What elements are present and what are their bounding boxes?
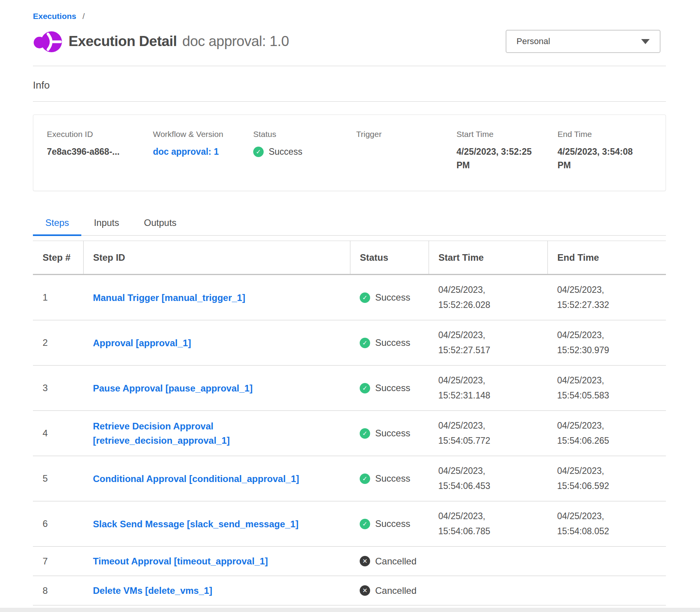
step-id-link[interactable]: Approval [approval_1]: [93, 336, 191, 350]
chevron-down-icon: [641, 39, 650, 44]
step-start-time: 04/25/2023, 15:54:06.453: [438, 463, 506, 494]
success-check-icon: ✓: [360, 292, 370, 303]
step-number: 6: [43, 518, 48, 529]
info-label: Status: [253, 130, 356, 139]
tab-inputs[interactable]: Inputs: [81, 214, 131, 236]
step-end-time: 04/25/2023, 15:52:27.332: [557, 282, 625, 313]
info-field-end-time: End Time 4/25/2023, 3:54:08 PM: [558, 130, 658, 172]
info-label: End Time: [558, 130, 658, 139]
status-badge: Success: [375, 473, 410, 484]
info-label: Workflow & Version: [153, 130, 253, 139]
step-end-time: 04/25/2023, 15:52:30.979: [557, 328, 625, 358]
step-number: 1: [43, 292, 48, 303]
table-row: 8Delete VMs [delete_vms_1]✕Cancelled: [33, 576, 666, 605]
table-header-row: Step # Step ID Status Start Time End Tim…: [33, 241, 666, 275]
status-badge: Cancelled: [375, 556, 417, 567]
steps-table-body: 1Manual Trigger [manual_trigger_1]✓Succe…: [33, 275, 666, 605]
info-label: Trigger: [356, 130, 456, 139]
info-field-status: Status ✓ Success: [253, 130, 356, 172]
step-end-time: 04/25/2023, 15:54:08.052: [557, 509, 625, 539]
column-header-step-id: Step ID: [83, 241, 350, 275]
table-row: 2Approval [approval_1]✓Success04/25/2023…: [33, 320, 666, 366]
column-header-status: Status: [350, 241, 429, 275]
info-field-workflow: Workflow & Version doc approval: 1: [153, 130, 253, 172]
step-id-link[interactable]: Conditional Approval [conditional_approv…: [93, 472, 299, 486]
column-header-start-time: Start Time: [429, 241, 547, 275]
workflow-version-link[interactable]: doc approval: 1: [153, 147, 219, 157]
status-badge: Cancelled: [375, 585, 417, 596]
table-row: 4Retrieve Decision Approval [retrieve_de…: [33, 411, 666, 456]
table-row: 6Slack Send Message [slack_send_message_…: [33, 501, 666, 547]
step-end-time: 04/25/2023, 15:54:06.265: [557, 418, 625, 448]
step-end-time: 04/25/2023, 15:54:06.592: [557, 463, 625, 494]
end-time-value: 4/25/2023, 3:54:08 PM: [558, 145, 637, 172]
workflow-branch-icon: [33, 27, 63, 56]
breadcrumb: Executions /: [33, 12, 666, 21]
info-field-trigger: Trigger: [356, 130, 456, 172]
tab-outputs[interactable]: Outputs: [132, 214, 189, 236]
status-badge: Success: [375, 428, 410, 439]
start-time-value: 4/25/2023, 3:52:25 PM: [456, 145, 536, 172]
step-start-time: 04/25/2023, 15:52:26.028: [438, 282, 506, 313]
table-row: 3Pause Approval [pause_approval_1]✓Succe…: [33, 366, 666, 411]
step-number: 3: [43, 383, 48, 393]
page-subtitle: doc approval: 1.0: [182, 33, 289, 50]
info-label: Execution ID: [47, 130, 153, 139]
workspace-select-value: Personal: [516, 36, 550, 46]
step-number: 2: [43, 337, 48, 348]
success-check-icon: ✓: [360, 474, 370, 484]
step-id-link[interactable]: Retrieve Decision Approval [retrieve_dec…: [93, 419, 304, 448]
info-field-start-time: Start Time 4/25/2023, 3:52:25 PM: [456, 130, 558, 172]
execution-id-value: 7e8ac396-a868-...: [47, 145, 153, 159]
step-id-link[interactable]: Delete VMs [delete_vms_1]: [93, 583, 212, 598]
tab-bar: Steps Inputs Outputs: [33, 214, 666, 236]
header-divider: [33, 66, 666, 66]
step-start-time: 04/25/2023, 15:52:27.517: [438, 328, 506, 358]
step-number: 5: [43, 473, 48, 484]
step-start-time: 04/25/2023, 15:54:05.772: [438, 418, 506, 448]
cancelled-x-icon: ✕: [360, 556, 370, 566]
tab-steps[interactable]: Steps: [33, 214, 81, 236]
column-header-end-time: End Time: [547, 241, 666, 275]
step-end-time: 04/25/2023, 15:54:05.583: [557, 373, 625, 403]
success-check-icon: ✓: [360, 428, 370, 439]
cancelled-x-icon: ✕: [360, 585, 370, 596]
status-badge: Success: [375, 383, 410, 393]
info-field-execution-id: Execution ID 7e8ac396-a868-...: [47, 130, 153, 172]
execution-detail-page: Executions / Execution Detail doc approv…: [0, 0, 700, 605]
column-header-step-num: Step #: [33, 241, 83, 275]
status-badge: Success: [375, 292, 410, 303]
status-badge: Success: [375, 337, 410, 348]
success-check-icon: ✓: [360, 338, 370, 348]
step-id-link[interactable]: Manual Trigger [manual_trigger_1]: [93, 291, 245, 305]
success-check-icon: ✓: [360, 519, 370, 529]
breadcrumb-separator: /: [82, 12, 85, 21]
step-id-link[interactable]: Slack Send Message [slack_send_message_1…: [93, 517, 299, 531]
status-badge: Success: [269, 145, 302, 159]
step-id-link[interactable]: Timeout Approval [timeout_approval_1]: [93, 554, 268, 568]
steps-table: Step # Step ID Status Start Time End Tim…: [33, 241, 666, 605]
success-check-icon: ✓: [253, 147, 264, 157]
success-check-icon: ✓: [360, 383, 370, 393]
table-row: 7Timeout Approval [timeout_approval_1]✕C…: [33, 547, 666, 576]
info-card: Execution ID 7e8ac396-a868-... Workflow …: [33, 115, 666, 191]
step-number: 4: [43, 428, 48, 438]
page-title: Execution Detail: [69, 33, 177, 50]
step-start-time: 04/25/2023, 15:54:06.785: [438, 509, 506, 539]
info-label: Start Time: [456, 130, 558, 139]
table-row: 1Manual Trigger [manual_trigger_1]✓Succe…: [33, 275, 666, 320]
status-badge: Success: [375, 518, 410, 529]
step-number: 7: [43, 556, 48, 566]
bottom-strip: [0, 608, 700, 612]
step-number: 8: [43, 585, 48, 596]
workspace-select[interactable]: Personal: [506, 30, 661, 53]
table-row: 5Conditional Approval [conditional_appro…: [33, 456, 666, 501]
info-divider: [33, 101, 666, 102]
info-heading: Info: [33, 79, 666, 91]
breadcrumb-executions-link[interactable]: Executions: [33, 12, 76, 21]
step-id-link[interactable]: Pause Approval [pause_approval_1]: [93, 381, 253, 395]
title-row: Execution Detail doc approval: 1.0 Perso…: [33, 27, 666, 56]
step-start-time: 04/25/2023, 15:52:31.148: [438, 373, 506, 403]
